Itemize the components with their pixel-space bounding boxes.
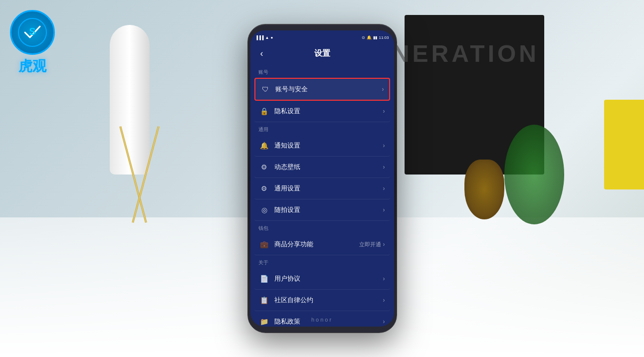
wallpaper-label: 动态壁纸 <box>274 163 383 172</box>
folder-icon: 📁 <box>259 318 269 326</box>
camera-icon: ◎ <box>259 206 269 214</box>
arrow-icon-8: › <box>383 275 385 282</box>
phone-brand: honor <box>311 317 333 323</box>
status-right: ⊙ 🔔 ▮▮ 11:03 <box>362 35 389 40</box>
arrow-icon-2: › <box>383 108 385 115</box>
privacy-settings-label: 隐私设置 <box>274 107 383 116</box>
menu-content: 账号 🛡 账号与安全 › 🔒 隐私设置 › 通用 🔔 通知设置 › ⚙ <box>250 65 394 327</box>
battery-icon: ▮▮ <box>373 35 377 40</box>
menu-item-account-security[interactable]: 🛡 账号与安全 › <box>254 78 390 101</box>
doc-icon: 📄 <box>259 275 269 283</box>
user-agreement-label: 用户协议 <box>274 274 383 283</box>
logo-svg: S <box>17 17 47 47</box>
menu-item-random-shot[interactable]: ◎ 随拍设置 › <box>254 199 390 221</box>
wallet-icon: 💼 <box>259 240 269 248</box>
phone-screen: ▐▐▐ ▲ ● ⊙ 🔔 ▮▮ 11:03 ‹ 设置 账号 🛡 账号与安全 <box>250 30 394 327</box>
arrow-icon-5: › <box>383 185 385 192</box>
arrow-icon-7: › <box>383 241 385 248</box>
logo-area: S 虎观 <box>10 10 55 76</box>
section-label-about: 关于 <box>254 255 390 268</box>
lamp-decoration <box>110 25 150 175</box>
logo-circle: S <box>10 10 55 55</box>
bell-icon: 🔔 <box>259 142 269 150</box>
back-button[interactable]: ‹ <box>258 46 265 61</box>
phone: ▐▐▐ ▲ ● ⊙ 🔔 ▮▮ 11:03 ‹ 设置 账号 🛡 账号与安全 <box>247 24 397 333</box>
notification-label: 通知设置 <box>274 141 383 150</box>
time-display: 11:03 <box>379 35 389 40</box>
section-label-account: 账号 <box>254 65 390 78</box>
section-label-wallet: 钱包 <box>254 221 390 234</box>
arrow-icon-3: › <box>383 142 385 149</box>
notification-icon: 🔔 <box>367 35 372 40</box>
community-rules-label: 社区自律公约 <box>274 296 383 305</box>
logo-text: 虎观 <box>18 57 46 76</box>
random-shot-label: 随拍设置 <box>274 205 383 214</box>
menu-item-community-rules[interactable]: 📋 社区自律公约 › <box>254 290 390 311</box>
menu-item-general[interactable]: ⚙ 通用设置 › <box>254 178 390 199</box>
arrow-icon-1: › <box>382 86 384 93</box>
plant <box>504 125 564 224</box>
svg-text:S: S <box>29 26 35 37</box>
lock-icon: 🔒 <box>259 107 269 115</box>
gear-icon-2: ⚙ <box>259 184 269 192</box>
menu-item-share-product[interactable]: 💼 商品分享功能 立即开通 › <box>254 234 390 255</box>
share-product-label: 商品分享功能 <box>274 240 359 249</box>
account-security-label: 账号与安全 <box>275 85 382 94</box>
volume-icon: ● <box>270 35 273 40</box>
status-left: ▐▐▐ ▲ ● <box>255 35 273 40</box>
rules-icon: 📋 <box>259 296 269 304</box>
shield-icon: 🛡 <box>260 85 270 93</box>
pine-cone <box>464 160 504 219</box>
app-header: ‹ 设置 <box>250 42 394 65</box>
arrow-icon-6: › <box>383 206 385 213</box>
menu-item-user-agreement[interactable]: 📄 用户协议 › <box>254 268 390 290</box>
section-label-general: 通用 <box>254 122 390 135</box>
location-icon: ⊙ <box>362 35 365 40</box>
menu-item-privacy-settings[interactable]: 🔒 隐私设置 › <box>254 101 390 122</box>
enable-now-text: 立即开通 <box>359 241 381 248</box>
gear-icon-1: ⚙ <box>259 163 269 171</box>
arrow-icon-9: › <box>383 297 385 304</box>
phone-notch <box>307 30 337 39</box>
yellow-card <box>604 100 644 189</box>
signal-icon: ▐▐▐ <box>255 35 264 40</box>
page-title: 设置 <box>314 48 330 59</box>
arrow-icon-4: › <box>383 164 385 171</box>
menu-item-wallpaper[interactable]: ⚙ 动态壁纸 › <box>254 157 390 178</box>
arrow-icon-10: › <box>383 318 385 325</box>
general-label: 通用设置 <box>274 184 383 193</box>
menu-item-notification[interactable]: 🔔 通知设置 › <box>254 135 390 157</box>
wifi-icon: ▲ <box>265 35 269 40</box>
